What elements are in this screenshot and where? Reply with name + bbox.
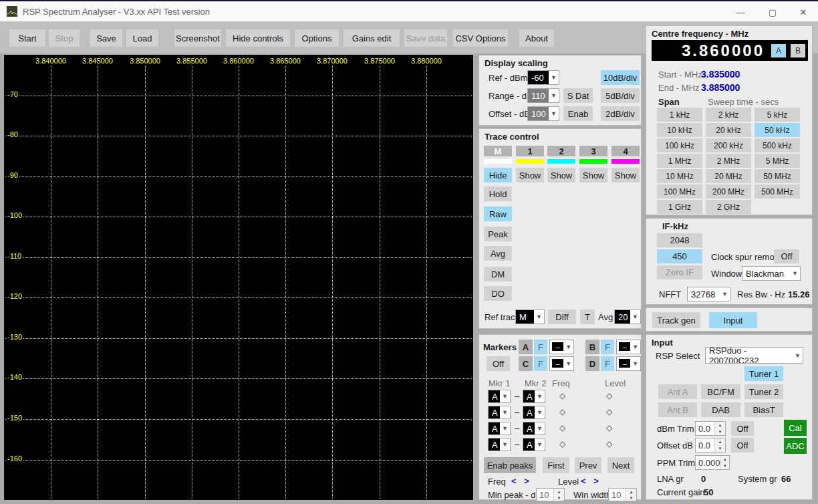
marker-a-select[interactable]: –▼ (549, 340, 574, 354)
marker-d-select[interactable]: –▼ (616, 356, 641, 371)
track-gen-button[interactable]: Track gen (652, 312, 700, 328)
span-2ghz-button[interactable]: 2 GHz (706, 200, 751, 214)
span-20mhz-button[interactable]: 20 MHz (706, 169, 751, 183)
trace-3-show-button[interactable]: Show (579, 168, 607, 182)
options-button[interactable]: Options (295, 29, 339, 47)
if-2048-button[interactable]: 2048 (657, 233, 702, 247)
span-10khz-button[interactable]: 10 kHz (657, 123, 702, 137)
trace-header-4[interactable]: 4 (611, 146, 640, 156)
ref-dbm-select[interactable]: -60▼ (527, 70, 559, 85)
title-bar[interactable]: RSP Spectrum Analyser - V3.xx API Test v… (0, 1, 818, 21)
stepper-arrows[interactable]: ▲▼ (714, 422, 725, 435)
hold-button[interactable]: Hold (484, 186, 512, 201)
trace-header-1[interactable]: 1 (516, 146, 544, 156)
dbm-trim-stepper[interactable]: 0.0 ▲▼ (695, 421, 726, 436)
stepper-arrows[interactable]: ▲▼ (720, 456, 729, 469)
trace-header-2[interactable]: 2 (547, 146, 575, 156)
step-down-icon[interactable]: ▼ (721, 463, 729, 469)
trace-m-hide-button[interactable]: Hide (484, 168, 512, 182)
span-1ghz-button[interactable]: 1 GHz (657, 200, 702, 214)
marker-d-button[interactable]: D (585, 356, 599, 371)
hide-controls-button[interactable]: Hide controls (226, 29, 290, 47)
step-up-icon[interactable]: ▲ (626, 489, 636, 495)
level-nav-arrows[interactable]: < > (581, 476, 601, 486)
span-500mhz-button[interactable]: 500 MHz (755, 184, 800, 199)
dab-button[interactable]: DAB (701, 402, 740, 417)
span-2khz-button[interactable]: 2 kHz (706, 108, 751, 122)
prev-peak-button[interactable]: Prev (575, 457, 601, 473)
marker-c-button[interactable]: C (519, 356, 533, 371)
bias-t-button[interactable]: BiasT (744, 402, 783, 417)
span-200khz-button[interactable]: 200 kHz (706, 138, 751, 152)
offset-db-stepper[interactable]: 0.0 ▲▼ (695, 438, 726, 453)
start-button[interactable]: Start (9, 29, 45, 47)
peak-button[interactable]: Peak (484, 227, 512, 241)
dm-button[interactable]: DM (484, 267, 512, 281)
ant-a-button[interactable]: Ant A (658, 384, 697, 399)
marker-a-button[interactable]: A (519, 340, 533, 354)
step-up-icon[interactable]: ▲ (721, 456, 729, 463)
mkr2-select[interactable]: A▼ (523, 406, 545, 419)
stepper-arrows[interactable]: ▲▼ (626, 489, 636, 501)
span-10mhz-button[interactable]: 10 MHz (657, 169, 702, 183)
span-200mhz-button[interactable]: 200 MHz (706, 184, 751, 199)
spectrum-display[interactable]: 3.840000 3.845000 3.850000 3.855000 3.86… (4, 55, 473, 500)
maximize-button[interactable]: ▢ (764, 4, 781, 20)
marker-d-f-button[interactable]: F (601, 356, 614, 371)
span-20khz-button[interactable]: 20 kHz (706, 123, 751, 137)
marker-b-f-button[interactable]: F (601, 340, 614, 354)
centre-frequency-display[interactable]: 3.860000 A B (652, 40, 808, 61)
mkr1-select[interactable]: A▼ (488, 422, 511, 435)
mkr1-select[interactable]: A▼ (488, 406, 511, 419)
mkr2-select[interactable]: A▼ (523, 438, 545, 451)
win-width-stepper[interactable]: 10 ▲▼ (608, 488, 637, 501)
freq-nav-arrows[interactable]: < > (511, 476, 532, 486)
adc-button[interactable]: ADC (784, 438, 807, 454)
save-data-button[interactable]: Save data (404, 29, 447, 47)
gains-edit-button[interactable]: Gains edit (344, 29, 400, 47)
marker-b-button[interactable]: B (585, 340, 599, 354)
mkr2-select[interactable]: A▼ (523, 390, 545, 403)
stepper-arrows[interactable]: ▲▼ (714, 438, 725, 452)
minimize-button[interactable]: — (732, 4, 749, 20)
about-button[interactable]: About (519, 29, 554, 47)
enab-peaks-button[interactable]: Enab peaks (484, 457, 536, 473)
stop-button[interactable]: Stop (49, 29, 80, 47)
raw-button[interactable]: Raw (484, 207, 512, 221)
if-zero-if-button[interactable]: Zero IF (657, 265, 702, 279)
clock-spur-off-button[interactable]: Off (774, 249, 799, 263)
scale-10db-div-button[interactable]: 10dB/div (601, 70, 640, 85)
freq-a-button[interactable]: A (771, 44, 786, 57)
first-peak-button[interactable]: First (543, 457, 569, 473)
step-down-icon[interactable]: ▼ (715, 445, 725, 452)
avg-button[interactable]: Avg (484, 246, 512, 261)
mkr1-select[interactable]: A▼ (488, 438, 511, 451)
rsp-select[interactable]: RSPduo - 200700C232▼ (705, 347, 803, 364)
span-100mhz-button[interactable]: 100 MHz (657, 184, 702, 199)
scale-5db-div-button[interactable]: 5dB/div (601, 88, 640, 103)
marker-c-f-button[interactable]: F (534, 356, 547, 371)
mkr1-select[interactable]: A▼ (488, 390, 511, 403)
span-1mhz-button[interactable]: 1 MHz (657, 154, 702, 168)
step-down-icon[interactable]: ▼ (626, 495, 636, 501)
span-100khz-button[interactable]: 100 kHz (657, 138, 702, 152)
span-50khz-button[interactable]: 50 kHz (755, 123, 800, 137)
markers-off-button[interactable]: Off (487, 356, 510, 371)
step-up-icon[interactable]: ▲ (554, 489, 564, 495)
freq-b-button[interactable]: B (791, 44, 805, 57)
span-50mhz-button[interactable]: 50 MHz (755, 169, 800, 183)
span-5khz-button[interactable]: 5 kHz (755, 108, 800, 122)
ant-b-button[interactable]: Ant B (658, 402, 697, 417)
ppm-trim-stepper[interactable]: 0.000 ▲▼ (695, 455, 730, 470)
trace-2-show-button[interactable]: Show (547, 168, 575, 182)
tuner-2-button[interactable]: Tuner 2 (744, 384, 783, 399)
marker-c-select[interactable]: –▼ (549, 356, 574, 371)
marker-a-f-button[interactable]: F (534, 340, 547, 354)
marker-b-select[interactable]: –▼ (616, 340, 641, 354)
trace-4-show-button[interactable]: Show (611, 168, 640, 182)
step-up-icon[interactable]: ▲ (715, 438, 725, 445)
s-dat-button[interactable]: S Dat (563, 88, 593, 103)
save-button[interactable]: Save (90, 29, 122, 47)
span-500khz-button[interactable]: 500 kHz (755, 138, 800, 152)
span-5mhz-button[interactable]: 5 MHz (755, 154, 800, 168)
